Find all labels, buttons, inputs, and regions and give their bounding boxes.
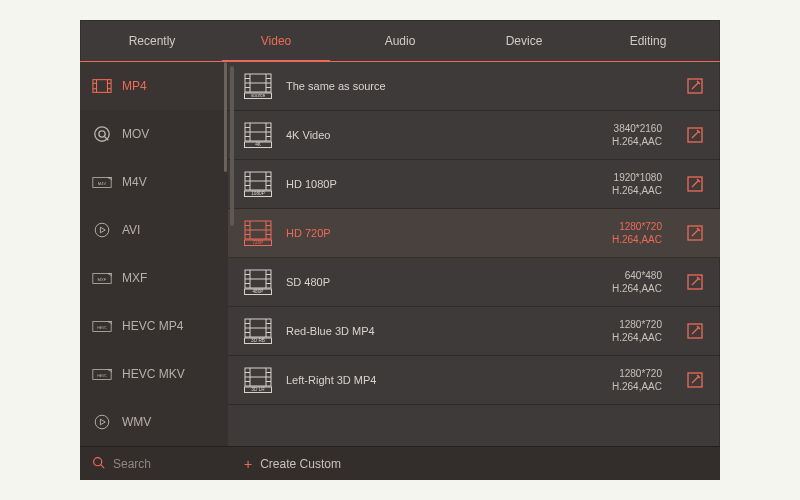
sidebar-item-label: AVI <box>122 223 140 237</box>
sidebar-item-label: HEVC MKV <box>122 367 185 381</box>
sidebar-item-label: WMV <box>122 415 151 429</box>
tab-recently[interactable]: Recently <box>90 20 214 61</box>
sidebar-item-hevc-mkv[interactable]: HEVC HEVC MKV <box>80 350 228 398</box>
preset-list-scrollbar[interactable] <box>230 66 234 226</box>
preset-film-icon: 1080P <box>244 171 272 197</box>
edit-preset-button[interactable] <box>686 371 704 389</box>
play-circle-icon <box>92 222 112 238</box>
svg-text:M4V: M4V <box>98 181 107 186</box>
edit-preset-button[interactable] <box>686 322 704 340</box>
format-sidebar: MP4 MOV M4V M4V AVI <box>80 62 228 446</box>
quicktime-icon <box>92 126 112 142</box>
format-hevc-icon: HEVC <box>92 318 112 334</box>
create-custom-button[interactable]: + Create Custom <box>228 447 720 480</box>
edit-preset-button[interactable] <box>686 224 704 242</box>
tab-device[interactable]: Device <box>462 20 586 61</box>
sidebar-item-label: MP4 <box>122 79 147 93</box>
sidebar-item-avi[interactable]: AVI <box>80 206 228 254</box>
preset-film-icon: 4K <box>244 122 272 148</box>
sidebar-scrollbar[interactable] <box>224 62 227 172</box>
format-hevc-icon: HEVC <box>92 366 112 382</box>
search-box[interactable] <box>80 447 228 480</box>
category-tabs: Recently Video Audio Device Editing <box>80 20 720 62</box>
preset-row[interactable]: source The same as source <box>228 62 720 111</box>
preset-row[interactable]: 3D LR Left-Right 3D MP41280*720H.264,AAC <box>228 356 720 405</box>
preset-film-icon: 480P <box>244 269 272 295</box>
tab-audio[interactable]: Audio <box>338 20 462 61</box>
preset-name: 4K Video <box>286 129 564 141</box>
play-circle-icon <box>92 414 112 430</box>
svg-text:HEVC: HEVC <box>97 374 107 378</box>
sidebar-item-hevc-mp4[interactable]: HEVC HEVC MP4 <box>80 302 228 350</box>
svg-rect-0 <box>93 80 111 93</box>
tab-video[interactable]: Video <box>214 20 338 61</box>
preset-meta: 1280*720H.264,AAC <box>578 318 662 345</box>
preset-name: HD 1080P <box>286 178 564 190</box>
format-mxf-icon: MXF <box>92 270 112 286</box>
preset-meta: 1920*1080H.264,AAC <box>578 171 662 198</box>
create-custom-label: Create Custom <box>260 457 341 471</box>
svg-line-49 <box>692 131 699 138</box>
search-input[interactable] <box>113 457 203 471</box>
svg-text:3D LR: 3D LR <box>251 387 265 392</box>
edit-preset-button[interactable] <box>686 77 704 95</box>
preset-film-icon: source <box>244 73 272 99</box>
preset-name: Left-Right 3D MP4 <box>286 374 564 386</box>
svg-marker-14 <box>100 227 105 233</box>
edit-preset-button[interactable] <box>686 175 704 193</box>
svg-text:480P: 480P <box>253 289 264 294</box>
preset-film-icon: 720P <box>244 220 272 246</box>
preset-list: source The same as source 4K 4K Video384… <box>228 62 720 446</box>
svg-point-13 <box>95 223 109 237</box>
svg-marker-25 <box>100 419 105 425</box>
preset-film-icon: 3D LR <box>244 367 272 393</box>
svg-text:HEVC: HEVC <box>97 326 107 330</box>
svg-line-73 <box>692 229 699 236</box>
svg-line-97 <box>692 327 699 334</box>
sidebar-item-mxf[interactable]: MXF MXF <box>80 254 228 302</box>
sidebar-item-label: MXF <box>122 271 147 285</box>
preset-row[interactable]: 3D RB Red-Blue 3D MP41280*720H.264,AAC <box>228 307 720 356</box>
svg-line-111 <box>101 464 104 467</box>
sidebar-item-wmv[interactable]: WMV <box>80 398 228 446</box>
svg-text:1080P: 1080P <box>251 191 265 196</box>
svg-line-85 <box>692 278 699 285</box>
svg-text:3D RB: 3D RB <box>251 338 265 343</box>
preset-name: The same as source <box>286 80 564 92</box>
svg-line-61 <box>692 180 699 187</box>
search-icon <box>92 456 105 472</box>
sidebar-item-mp4[interactable]: MP4 <box>80 62 228 110</box>
plus-icon: + <box>244 456 252 472</box>
svg-point-8 <box>99 131 105 137</box>
preset-name: HD 720P <box>286 227 564 239</box>
film-icon <box>92 78 112 94</box>
preset-row[interactable]: 720P HD 720P1280*720H.264,AAC <box>228 209 720 258</box>
preset-row[interactable]: 480P SD 480P640*480H.264,AAC <box>228 258 720 307</box>
preset-meta: 1280*720H.264,AAC <box>578 220 662 247</box>
preset-row[interactable]: 1080P HD 1080P1920*1080H.264,AAC <box>228 160 720 209</box>
sidebar-item-label: M4V <box>122 175 147 189</box>
sidebar-item-mov[interactable]: MOV <box>80 110 228 158</box>
svg-text:4K: 4K <box>255 142 262 147</box>
preset-meta: 3840*2160H.264,AAC <box>578 122 662 149</box>
svg-line-109 <box>692 376 699 383</box>
sidebar-item-label: HEVC MP4 <box>122 319 183 333</box>
tab-editing[interactable]: Editing <box>586 20 710 61</box>
svg-text:source: source <box>251 93 265 98</box>
svg-point-110 <box>94 457 102 465</box>
preset-name: SD 480P <box>286 276 564 288</box>
edit-preset-button[interactable] <box>686 273 704 291</box>
preset-meta: 1280*720H.264,AAC <box>578 367 662 394</box>
bottom-bar: + Create Custom <box>80 446 720 480</box>
svg-text:MXF: MXF <box>98 277 107 282</box>
sidebar-item-m4v[interactable]: M4V M4V <box>80 158 228 206</box>
svg-line-37 <box>692 82 699 89</box>
format-chooser-panel: Recently Video Audio Device Editing MP4 … <box>80 20 720 480</box>
svg-point-24 <box>95 415 109 429</box>
preset-meta: 640*480H.264,AAC <box>578 269 662 296</box>
edit-preset-button[interactable] <box>686 126 704 144</box>
preset-row[interactable]: 4K 4K Video3840*2160H.264,AAC <box>228 111 720 160</box>
sidebar-item-label: MOV <box>122 127 149 141</box>
preset-name: Red-Blue 3D MP4 <box>286 325 564 337</box>
preset-film-icon: 3D RB <box>244 318 272 344</box>
